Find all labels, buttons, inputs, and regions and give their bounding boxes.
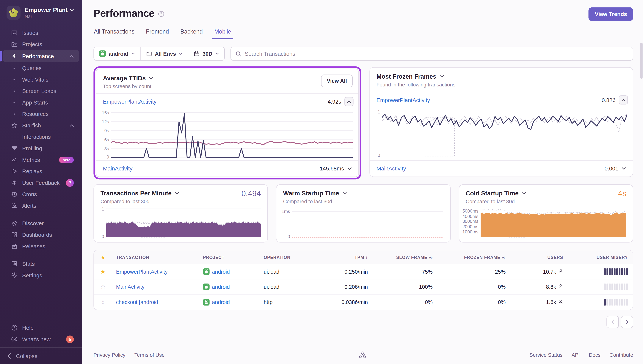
column-header-tpm[interactable]: TPM ↓ bbox=[318, 255, 372, 260]
project-link[interactable]: android bbox=[203, 268, 255, 275]
sidebar-item-settings[interactable]: Settings bbox=[3, 270, 79, 281]
star-toggle[interactable]: ★ bbox=[94, 268, 112, 275]
average-ttids-subtitle: Top screens by count bbox=[103, 84, 352, 90]
footer-link-privacy-policy[interactable]: Privacy Policy bbox=[93, 352, 125, 358]
chevron-up-icon bbox=[70, 124, 74, 127]
project-link[interactable]: android bbox=[203, 284, 255, 290]
column-header-transaction[interactable]: TRANSACTION bbox=[112, 255, 199, 260]
sidebar-item-performance[interactable]: Performance bbox=[3, 50, 79, 62]
column-header-slow-frame-[interactable]: SLOW FRAME % bbox=[372, 255, 437, 260]
column-header-user-misery[interactable]: USER MISERY bbox=[567, 255, 632, 260]
help-circle-icon[interactable] bbox=[158, 10, 165, 17]
sidebar-item-metrics[interactable]: Metricsbeta bbox=[3, 154, 79, 166]
sidebar-item-releases[interactable]: Releases bbox=[3, 240, 79, 252]
user-icon bbox=[558, 284, 563, 290]
column-header-users[interactable]: USERS bbox=[510, 255, 567, 260]
sidebar-item-crons[interactable]: Crons bbox=[3, 188, 79, 200]
sidebar-item-issues[interactable]: Issues bbox=[3, 27, 79, 38]
footer-link-contribute[interactable]: Contribute bbox=[609, 352, 633, 358]
transaction-link[interactable]: EmpowerPlantActivity bbox=[377, 97, 430, 103]
sidebar-item-discover[interactable]: Discover bbox=[3, 218, 79, 229]
sidebar-item-interactions[interactable]: Interactions bbox=[3, 131, 79, 143]
transaction-link[interactable]: EmpowerPlantActivity bbox=[116, 268, 167, 274]
tab-backend[interactable]: Backend bbox=[180, 26, 203, 39]
sidebar-item-label: Starfish bbox=[22, 122, 65, 128]
star-toggle[interactable]: ☆ bbox=[94, 283, 112, 290]
transaction-value: 0.001 bbox=[604, 166, 618, 172]
y-axis-tick-label: 0 bbox=[107, 154, 109, 159]
transaction-link[interactable]: MainActivity bbox=[377, 166, 406, 172]
cold-startup-subtitle: Compared to last 30d bbox=[466, 199, 626, 204]
footer-link-api[interactable]: API bbox=[572, 352, 580, 358]
sidebar-item-stats[interactable]: Stats bbox=[3, 258, 79, 270]
chevron-up-icon bbox=[621, 98, 625, 101]
date-range-filter[interactable]: 30D bbox=[188, 47, 224, 60]
scrollbar-thumb[interactable] bbox=[640, 43, 643, 79]
window-icon bbox=[146, 51, 152, 57]
sentry-logo-icon bbox=[359, 352, 367, 359]
transaction-link[interactable]: MainActivity bbox=[103, 166, 132, 172]
average-ttids-chart: 15s12s9s6s3s0 bbox=[96, 109, 359, 160]
sidebar-item-dashboards[interactable]: Dashboards bbox=[3, 229, 79, 240]
slow-frame-cell: 0% bbox=[372, 299, 437, 305]
view-all-button[interactable]: View All bbox=[321, 74, 353, 87]
sidebar-item-app-starts[interactable]: App Starts bbox=[3, 97, 79, 108]
date-range-filter-value: 30D bbox=[202, 51, 212, 57]
most-frozen-frames-title-menu[interactable]: Most Frozen Frames bbox=[377, 73, 626, 80]
active-nav-indicator bbox=[0, 51, 2, 62]
sidebar-item-projects[interactable]: Projects bbox=[3, 38, 79, 50]
search-transactions-box bbox=[230, 47, 633, 61]
star-toggle[interactable]: ☆ bbox=[94, 298, 112, 306]
stats-icon bbox=[11, 260, 18, 267]
frozen-frame-cell: 25% bbox=[437, 268, 510, 274]
sidebar-item-alerts[interactable]: Alerts bbox=[3, 200, 79, 212]
footer-link-docs[interactable]: Docs bbox=[589, 352, 600, 358]
search-transactions-input[interactable] bbox=[245, 51, 628, 57]
previous-page-button[interactable] bbox=[606, 316, 619, 328]
expand-toggle-button[interactable] bbox=[622, 167, 626, 170]
star-column-header-icon[interactable]: ★ bbox=[94, 255, 112, 260]
project-filter[interactable]: android bbox=[94, 47, 140, 60]
next-page-button[interactable] bbox=[621, 316, 633, 328]
footer-link-terms-of-use[interactable]: Terms of Use bbox=[134, 352, 165, 358]
user-icon bbox=[558, 268, 563, 275]
warm-startup-title-menu[interactable]: Warm Startup Time bbox=[283, 190, 444, 196]
sidebar-item-screen-loads[interactable]: Screen Loads bbox=[3, 85, 79, 97]
transaction-link[interactable]: MainActivity bbox=[116, 284, 145, 290]
y-axis-tick-label: 15s bbox=[102, 110, 109, 115]
sidebar-badge: 5 bbox=[66, 335, 74, 343]
org-avatar: ϟ bbox=[7, 6, 21, 20]
org-switcher[interactable]: ϟ Empower Plant Nar bbox=[0, 0, 82, 24]
user-misery-bars bbox=[571, 284, 628, 290]
transaction-link[interactable]: checkout [android] bbox=[116, 299, 160, 305]
tab-all-transactions[interactable]: All Transactions bbox=[93, 26, 135, 39]
table-row: ☆MainActivityandroidui.load0.206/min100%… bbox=[94, 280, 633, 294]
column-header-frozen-frame-[interactable]: FROZEN FRAME % bbox=[437, 255, 510, 260]
sidebar-item-resources[interactable]: Resources bbox=[3, 108, 79, 120]
collapse-toggle-button[interactable] bbox=[345, 97, 353, 106]
tpm-title-menu[interactable]: Transactions Per Minute bbox=[101, 190, 261, 196]
footer-link-service-status[interactable]: Service Status bbox=[529, 352, 562, 358]
sidebar-item-label: Help bbox=[22, 325, 74, 331]
view-trends-button[interactable]: View Trends bbox=[589, 8, 633, 21]
sidebar-item-help[interactable]: Help bbox=[3, 322, 79, 334]
transaction-link[interactable]: EmpowerPlantActivity bbox=[103, 98, 156, 105]
sidebar-item-replays[interactable]: Replays bbox=[3, 166, 79, 177]
expand-toggle-button[interactable] bbox=[348, 167, 352, 170]
tab-mobile[interactable]: Mobile bbox=[214, 26, 231, 39]
environment-filter[interactable]: All Envs bbox=[140, 47, 188, 60]
sidebar-item-starfish[interactable]: Starfish bbox=[3, 120, 79, 131]
tab-frontend[interactable]: Frontend bbox=[145, 26, 169, 39]
column-header-operation[interactable]: OPERATION bbox=[260, 255, 318, 260]
collapse-toggle-button[interactable] bbox=[619, 96, 628, 104]
sidebar-item-queries[interactable]: Queries bbox=[3, 62, 79, 74]
column-header-project[interactable]: PROJECT bbox=[199, 255, 260, 260]
average-ttids-title-menu[interactable]: Average TTIDs bbox=[103, 74, 352, 82]
sidebar-item-user-feedback[interactable]: User FeedbackB bbox=[3, 177, 79, 188]
project-link[interactable]: android bbox=[203, 299, 255, 305]
sidebar-collapse-button[interactable]: Collapse bbox=[0, 348, 82, 364]
cold-startup-title-menu[interactable]: Cold Startup Time bbox=[466, 190, 626, 196]
sidebar-item-web-vitals[interactable]: Web Vitals bbox=[3, 74, 79, 85]
sidebar-item-whats-new[interactable]: What's new5 bbox=[3, 334, 79, 345]
sidebar-item-profiling[interactable]: Profiling bbox=[3, 142, 79, 154]
